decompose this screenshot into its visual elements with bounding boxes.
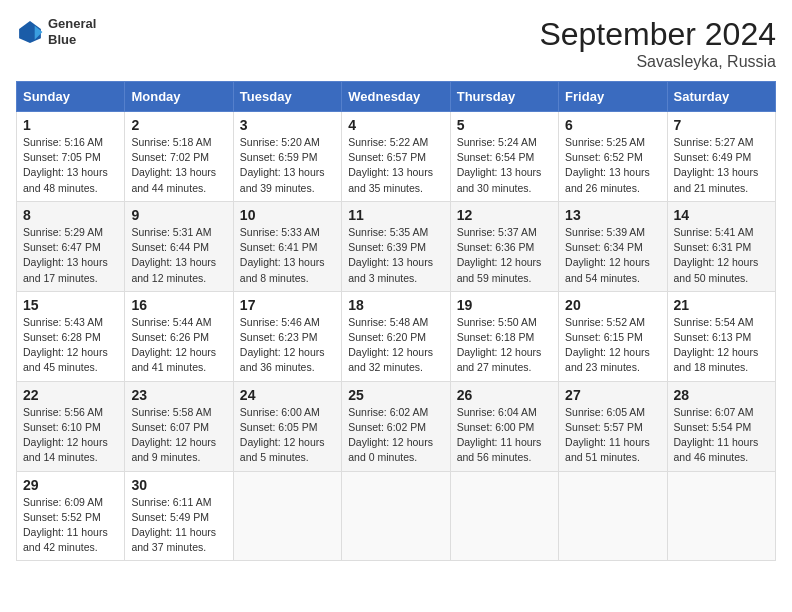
day-number: 13: [565, 207, 660, 223]
day-number: 17: [240, 297, 335, 313]
day-detail: Sunrise: 6:09 AMSunset: 5:52 PMDaylight:…: [23, 496, 108, 554]
day-number: 21: [674, 297, 769, 313]
calendar-cell: 19 Sunrise: 5:50 AMSunset: 6:18 PMDaylig…: [450, 291, 558, 381]
calendar-cell: 30 Sunrise: 6:11 AMSunset: 5:49 PMDaylig…: [125, 471, 233, 561]
calendar-week-row-1: 1 Sunrise: 5:16 AMSunset: 7:05 PMDayligh…: [17, 112, 776, 202]
day-number: 12: [457, 207, 552, 223]
day-detail: Sunrise: 5:58 AMSunset: 6:07 PMDaylight:…: [131, 406, 216, 464]
col-header-monday: Monday: [125, 82, 233, 112]
calendar-cell: 14 Sunrise: 5:41 AMSunset: 6:31 PMDaylig…: [667, 201, 775, 291]
day-number: 18: [348, 297, 443, 313]
calendar-week-row-3: 15 Sunrise: 5:43 AMSunset: 6:28 PMDaylig…: [17, 291, 776, 381]
calendar-table: SundayMondayTuesdayWednesdayThursdayFrid…: [16, 81, 776, 561]
day-detail: Sunrise: 5:43 AMSunset: 6:28 PMDaylight:…: [23, 316, 108, 374]
day-detail: Sunrise: 5:37 AMSunset: 6:36 PMDaylight:…: [457, 226, 542, 284]
day-detail: Sunrise: 5:46 AMSunset: 6:23 PMDaylight:…: [240, 316, 325, 374]
day-detail: Sunrise: 6:07 AMSunset: 5:54 PMDaylight:…: [674, 406, 759, 464]
calendar-cell: 5 Sunrise: 5:24 AMSunset: 6:54 PMDayligh…: [450, 112, 558, 202]
logo-line2: Blue: [48, 32, 96, 48]
calendar-cell: 23 Sunrise: 5:58 AMSunset: 6:07 PMDaylig…: [125, 381, 233, 471]
day-detail: Sunrise: 5:27 AMSunset: 6:49 PMDaylight:…: [674, 136, 759, 194]
calendar-cell: 27 Sunrise: 6:05 AMSunset: 5:57 PMDaylig…: [559, 381, 667, 471]
day-detail: Sunrise: 5:44 AMSunset: 6:26 PMDaylight:…: [131, 316, 216, 374]
day-detail: Sunrise: 5:35 AMSunset: 6:39 PMDaylight:…: [348, 226, 433, 284]
day-number: 19: [457, 297, 552, 313]
day-detail: Sunrise: 5:29 AMSunset: 6:47 PMDaylight:…: [23, 226, 108, 284]
col-header-wednesday: Wednesday: [342, 82, 450, 112]
calendar-cell: 12 Sunrise: 5:37 AMSunset: 6:36 PMDaylig…: [450, 201, 558, 291]
day-number: 24: [240, 387, 335, 403]
calendar-cell: 29 Sunrise: 6:09 AMSunset: 5:52 PMDaylig…: [17, 471, 125, 561]
calendar-subtitle: Savasleyka, Russia: [539, 53, 776, 71]
calendar-week-row-5: 29 Sunrise: 6:09 AMSunset: 5:52 PMDaylig…: [17, 471, 776, 561]
calendar-cell: 22 Sunrise: 5:56 AMSunset: 6:10 PMDaylig…: [17, 381, 125, 471]
day-detail: Sunrise: 5:33 AMSunset: 6:41 PMDaylight:…: [240, 226, 325, 284]
day-number: 10: [240, 207, 335, 223]
calendar-cell: 25 Sunrise: 6:02 AMSunset: 6:02 PMDaylig…: [342, 381, 450, 471]
calendar-cell: 7 Sunrise: 5:27 AMSunset: 6:49 PMDayligh…: [667, 112, 775, 202]
day-number: 4: [348, 117, 443, 133]
day-detail: Sunrise: 5:50 AMSunset: 6:18 PMDaylight:…: [457, 316, 542, 374]
calendar-cell: 28 Sunrise: 6:07 AMSunset: 5:54 PMDaylig…: [667, 381, 775, 471]
day-number: 9: [131, 207, 226, 223]
day-number: 3: [240, 117, 335, 133]
day-number: 26: [457, 387, 552, 403]
calendar-cell: 1 Sunrise: 5:16 AMSunset: 7:05 PMDayligh…: [17, 112, 125, 202]
day-number: 28: [674, 387, 769, 403]
logo-icon: [16, 18, 44, 46]
calendar-week-row-4: 22 Sunrise: 5:56 AMSunset: 6:10 PMDaylig…: [17, 381, 776, 471]
calendar-cell: 9 Sunrise: 5:31 AMSunset: 6:44 PMDayligh…: [125, 201, 233, 291]
day-number: 29: [23, 477, 118, 493]
day-detail: Sunrise: 5:39 AMSunset: 6:34 PMDaylight:…: [565, 226, 650, 284]
day-number: 2: [131, 117, 226, 133]
calendar-cell: [233, 471, 341, 561]
day-number: 14: [674, 207, 769, 223]
calendar-cell: 16 Sunrise: 5:44 AMSunset: 6:26 PMDaylig…: [125, 291, 233, 381]
calendar-cell: 26 Sunrise: 6:04 AMSunset: 6:00 PMDaylig…: [450, 381, 558, 471]
day-number: 1: [23, 117, 118, 133]
calendar-cell: 4 Sunrise: 5:22 AMSunset: 6:57 PMDayligh…: [342, 112, 450, 202]
col-header-friday: Friday: [559, 82, 667, 112]
day-detail: Sunrise: 5:18 AMSunset: 7:02 PMDaylight:…: [131, 136, 216, 194]
day-detail: Sunrise: 6:11 AMSunset: 5:49 PMDaylight:…: [131, 496, 216, 554]
day-number: 22: [23, 387, 118, 403]
day-number: 6: [565, 117, 660, 133]
logo: General Blue: [16, 16, 96, 47]
calendar-header-row: SundayMondayTuesdayWednesdayThursdayFrid…: [17, 82, 776, 112]
day-number: 15: [23, 297, 118, 313]
day-number: 27: [565, 387, 660, 403]
calendar-cell: 8 Sunrise: 5:29 AMSunset: 6:47 PMDayligh…: [17, 201, 125, 291]
day-number: 5: [457, 117, 552, 133]
logo-text: General Blue: [48, 16, 96, 47]
day-number: 25: [348, 387, 443, 403]
calendar-cell: [559, 471, 667, 561]
day-number: 16: [131, 297, 226, 313]
page-header: General Blue September 2024 Savasleyka, …: [16, 16, 776, 71]
day-detail: Sunrise: 5:20 AMSunset: 6:59 PMDaylight:…: [240, 136, 325, 194]
col-header-tuesday: Tuesday: [233, 82, 341, 112]
calendar-cell: 17 Sunrise: 5:46 AMSunset: 6:23 PMDaylig…: [233, 291, 341, 381]
calendar-cell: [667, 471, 775, 561]
day-detail: Sunrise: 5:16 AMSunset: 7:05 PMDaylight:…: [23, 136, 108, 194]
day-number: 23: [131, 387, 226, 403]
calendar-cell: 24 Sunrise: 6:00 AMSunset: 6:05 PMDaylig…: [233, 381, 341, 471]
calendar-cell: 6 Sunrise: 5:25 AMSunset: 6:52 PMDayligh…: [559, 112, 667, 202]
day-detail: Sunrise: 5:54 AMSunset: 6:13 PMDaylight:…: [674, 316, 759, 374]
day-detail: Sunrise: 5:52 AMSunset: 6:15 PMDaylight:…: [565, 316, 650, 374]
day-detail: Sunrise: 5:25 AMSunset: 6:52 PMDaylight:…: [565, 136, 650, 194]
day-detail: Sunrise: 5:22 AMSunset: 6:57 PMDaylight:…: [348, 136, 433, 194]
calendar-cell: [450, 471, 558, 561]
title-block: September 2024 Savasleyka, Russia: [539, 16, 776, 71]
day-detail: Sunrise: 5:31 AMSunset: 6:44 PMDaylight:…: [131, 226, 216, 284]
col-header-saturday: Saturday: [667, 82, 775, 112]
calendar-cell: 2 Sunrise: 5:18 AMSunset: 7:02 PMDayligh…: [125, 112, 233, 202]
day-number: 7: [674, 117, 769, 133]
day-detail: Sunrise: 6:05 AMSunset: 5:57 PMDaylight:…: [565, 406, 650, 464]
day-detail: Sunrise: 5:41 AMSunset: 6:31 PMDaylight:…: [674, 226, 759, 284]
day-detail: Sunrise: 6:00 AMSunset: 6:05 PMDaylight:…: [240, 406, 325, 464]
day-number: 8: [23, 207, 118, 223]
day-detail: Sunrise: 5:48 AMSunset: 6:20 PMDaylight:…: [348, 316, 433, 374]
day-number: 11: [348, 207, 443, 223]
day-detail: Sunrise: 6:02 AMSunset: 6:02 PMDaylight:…: [348, 406, 433, 464]
calendar-cell: 3 Sunrise: 5:20 AMSunset: 6:59 PMDayligh…: [233, 112, 341, 202]
